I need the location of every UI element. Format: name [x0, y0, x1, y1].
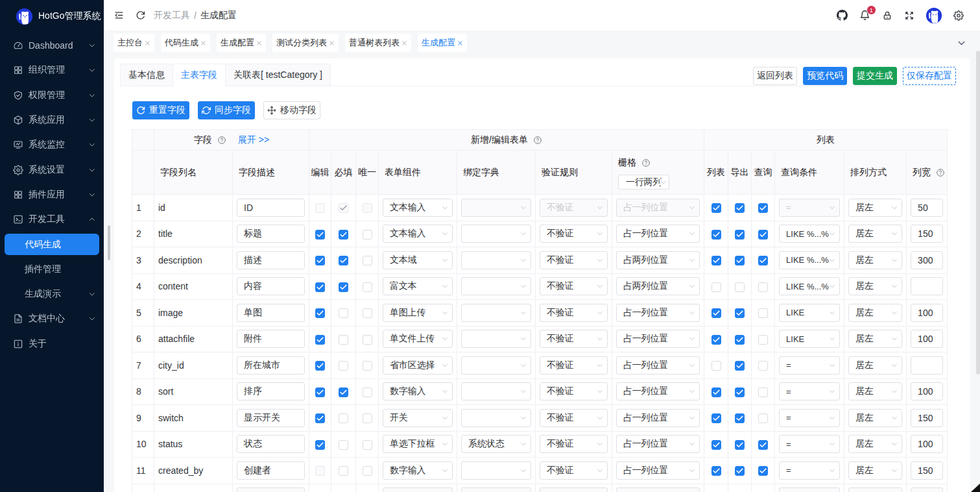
dict-select[interactable]	[461, 277, 531, 295]
align-select[interactable]: 居左	[848, 382, 902, 400]
export-checkbox[interactable]	[735, 361, 745, 371]
edit-checkbox[interactable]	[315, 256, 325, 265]
sidebar-item-sub-item8[interactable]: 代码生成	[0, 232, 104, 256]
required-checkbox[interactable]	[339, 230, 348, 240]
width-input[interactable]	[911, 487, 943, 492]
fullscreen-icon[interactable]	[904, 10, 914, 21]
component-select[interactable]: 单选下拉框	[383, 435, 453, 453]
list-checkbox[interactable]	[711, 203, 721, 213]
unique-checkbox[interactable]	[363, 203, 372, 213]
required-checkbox[interactable]	[339, 335, 348, 345]
sidebar-item-item7[interactable]: 开发工具	[0, 207, 104, 232]
edit-checkbox[interactable]	[315, 308, 325, 318]
grid-select[interactable]: 占一列位置	[616, 382, 700, 400]
action-button-2[interactable]: 提交生成	[853, 67, 897, 85]
query-cond-select[interactable]: =	[779, 382, 840, 400]
desc-input[interactable]: 状态	[237, 435, 305, 453]
unique-checkbox[interactable]	[363, 256, 372, 265]
component-select[interactable]	[383, 487, 453, 492]
query-checkbox[interactable]	[758, 361, 768, 371]
component-select[interactable]: 数字输入	[383, 382, 453, 400]
width-input[interactable]	[911, 356, 943, 375]
sidebar-item-item2[interactable]: 权限管理	[0, 83, 104, 108]
validate-select[interactable]: 不验证	[540, 225, 608, 243]
export-checkbox[interactable]	[735, 203, 745, 213]
component-select[interactable]: 开关	[383, 409, 453, 427]
sidebar-item-item4[interactable]: 系统监控	[0, 132, 104, 157]
list-checkbox[interactable]	[711, 230, 721, 240]
card-tab-2[interactable]: 关联表[ testCategory ]	[226, 64, 331, 86]
export-checkbox[interactable]	[735, 466, 745, 476]
export-checkbox[interactable]	[735, 256, 745, 265]
component-select[interactable]: 富文本	[383, 277, 453, 295]
sidebar-item-item12[interactable]: 关于	[0, 332, 104, 356]
tab-chip-5[interactable]: 生成配置	[418, 34, 467, 52]
grid-select[interactable]: 占两列位置	[616, 251, 700, 269]
grid-header-select[interactable]: 一行两列	[618, 175, 669, 190]
help-icon[interactable]	[641, 158, 651, 167]
desc-input[interactable]: 标题	[237, 225, 305, 243]
validate-select[interactable]: 不验证	[540, 435, 608, 453]
unique-checkbox[interactable]	[363, 361, 372, 371]
component-select[interactable]: 数字输入	[383, 461, 453, 480]
sidebar-item-item11[interactable]: 文档中心	[0, 306, 104, 331]
export-checkbox[interactable]	[735, 335, 745, 345]
breadcrumb-current[interactable]: 生成配置	[200, 10, 237, 21]
edit-checkbox[interactable]	[315, 413, 325, 423]
notifications-bell-icon[interactable]: 1	[859, 10, 870, 21]
breadcrumb-item[interactable]: 开发工具	[154, 10, 190, 21]
unique-checkbox[interactable]	[363, 308, 372, 318]
sidebar-item-item5[interactable]: 系统设置	[0, 157, 104, 182]
tab-chip-0[interactable]: 主控台	[114, 34, 154, 52]
align-select[interactable]: 居左	[848, 277, 902, 295]
align-select[interactable]: 居左	[848, 251, 902, 269]
desc-input[interactable]	[237, 487, 305, 492]
toolbar-button-2[interactable]: 移动字段	[263, 101, 320, 119]
width-input[interactable]: 100	[911, 382, 943, 400]
settings-gear-icon[interactable]	[953, 10, 964, 21]
tab-chip-2[interactable]: 生成配置	[217, 34, 266, 52]
unique-checkbox[interactable]	[363, 387, 372, 397]
help-icon[interactable]	[936, 168, 945, 177]
sidebar-collapse-icon[interactable]	[114, 10, 124, 20]
avatar[interactable]	[926, 8, 942, 23]
desc-input[interactable]: 创建者	[237, 461, 305, 480]
width-input[interactable]: 150	[911, 409, 943, 427]
edit-checkbox[interactable]	[315, 282, 325, 292]
dict-select[interactable]	[461, 382, 531, 400]
export-checkbox[interactable]	[735, 230, 745, 240]
validate-select[interactable]: 不验证	[540, 277, 608, 295]
unique-checkbox[interactable]	[363, 230, 372, 240]
export-checkbox[interactable]	[735, 387, 745, 397]
unique-checkbox[interactable]	[363, 282, 372, 292]
dict-select[interactable]	[461, 251, 531, 269]
width-input[interactable]: 50	[911, 199, 943, 217]
query-cond-select[interactable]: LIKE	[779, 304, 840, 322]
toolbar-button-1[interactable]: 同步字段	[198, 101, 255, 119]
edit-checkbox[interactable]	[315, 335, 325, 345]
refresh-icon[interactable]	[136, 10, 145, 20]
desc-input[interactable]: ID	[237, 199, 305, 217]
tab-chip-1[interactable]: 代码生成	[161, 34, 210, 52]
width-input[interactable]: 150	[911, 461, 943, 480]
component-select[interactable]: 单文件上传	[383, 330, 453, 348]
tab-chip-4[interactable]: 普通树表列表	[345, 34, 411, 52]
grid-select[interactable]: 占一列位置	[616, 225, 700, 243]
query-checkbox[interactable]	[758, 256, 768, 265]
logo[interactable]: HotGo管理系统	[0, 0, 104, 32]
unique-checkbox[interactable]	[363, 466, 372, 476]
validate-select[interactable]: 不验证	[540, 199, 608, 217]
query-checkbox[interactable]	[758, 230, 768, 240]
query-cond-select[interactable]: LIKE	[779, 330, 840, 348]
help-icon[interactable]	[217, 136, 226, 145]
list-checkbox[interactable]	[711, 466, 721, 476]
desc-input[interactable]: 描述	[237, 251, 305, 269]
edit-checkbox[interactable]	[315, 466, 325, 476]
close-icon[interactable]	[145, 40, 150, 46]
edit-checkbox[interactable]	[315, 387, 325, 397]
sidebar-item-sub-item9[interactable]: 插件管理	[0, 257, 104, 282]
query-checkbox[interactable]	[758, 335, 768, 345]
query-cond-select[interactable]: =	[779, 461, 840, 480]
component-select[interactable]: 单图上传	[383, 304, 453, 322]
query-checkbox[interactable]	[758, 466, 768, 476]
